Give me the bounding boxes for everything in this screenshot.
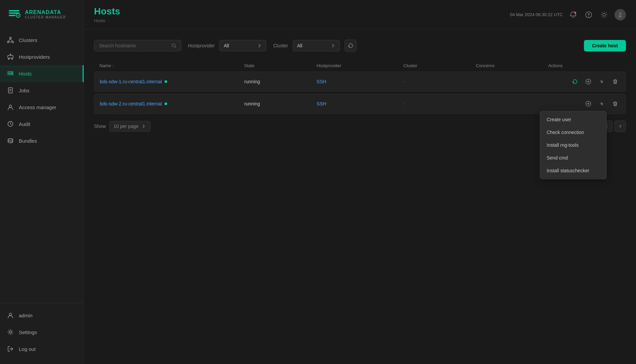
context-menu-install-rng-tools[interactable]: Install rng-tools (540, 139, 606, 151)
admin-icon (7, 312, 14, 319)
sidebar-item-clusters[interactable]: Clusters (0, 32, 84, 48)
hostprovider-label: Hostprovider (188, 43, 215, 48)
search-icon (172, 43, 176, 48)
sidebar-item-hosts[interactable]: Hosts (0, 65, 84, 82)
actions-1 (548, 77, 620, 87)
sidebar-item-access-manager-label: Access manager (19, 104, 56, 110)
context-menu-check-connection[interactable]: Check connection (540, 126, 606, 139)
svg-line-37 (175, 47, 176, 48)
col-concerns: Concerns (476, 63, 548, 68)
sidebar-item-jobs-label: Jobs (19, 88, 30, 93)
svg-point-30 (9, 331, 11, 333)
host-name-1[interactable]: bds-sdw-1.ru-central1.internal (100, 79, 244, 84)
svg-point-15 (12, 59, 13, 60)
refresh-icon-1[interactable] (570, 77, 580, 87)
sidebar-item-hostproviders[interactable]: Hostproviders (0, 48, 84, 65)
hostprovider-1[interactable]: SSH (317, 79, 403, 84)
col-hostprovider: Hostprovider (317, 63, 404, 68)
content-area: Hostprovider All Cluster All (84, 30, 636, 364)
svg-point-29 (9, 313, 12, 316)
sidebar-item-bundles[interactable]: Bundles (0, 132, 84, 149)
toolbar: Hostprovider All Cluster All (94, 40, 626, 52)
sidebar-item-admin-label: admin (19, 313, 33, 318)
host-name-2[interactable]: bds-sdw-2.ru-central1.internal (100, 101, 244, 106)
svg-point-12 (10, 54, 11, 55)
sidebar-item-logout[interactable]: Log out (0, 340, 84, 357)
svg-point-26 (9, 105, 12, 107)
hosts-icon (7, 70, 14, 77)
logo-area[interactable]: ARENADATA CLUSTER MANAGER (0, 0, 84, 28)
nav-items: Clusters Hostproviders (0, 28, 84, 303)
col-cluster: Cluster (403, 63, 476, 68)
col-actions: Actions (548, 63, 621, 68)
app-name: ARENADATA (25, 9, 66, 15)
link-icon-1[interactable] (597, 77, 607, 87)
sidebar-item-logout-label: Log out (19, 346, 36, 352)
sidebar-item-admin[interactable]: admin (0, 307, 84, 324)
sidebar-item-access-manager[interactable]: Access manager (0, 99, 84, 116)
search-box[interactable] (94, 40, 181, 51)
delete-icon-2[interactable] (610, 99, 620, 109)
show-label: Show (94, 124, 106, 129)
clusters-icon (7, 36, 14, 44)
create-host-button[interactable]: Create host (584, 40, 626, 51)
reset-button[interactable] (345, 40, 357, 52)
table-row: bds-sdw-1.ru-central1.internal running S… (94, 72, 626, 92)
hostprovider-filter[interactable]: All (219, 40, 266, 51)
jobs-icon (7, 87, 14, 94)
delete-icon-1[interactable] (610, 77, 620, 87)
sort-icon[interactable]: ↓ (112, 64, 115, 68)
cluster-1: - (403, 79, 475, 84)
bundles-icon (7, 137, 14, 144)
cluster-value: All (297, 43, 303, 48)
hostprovider-2[interactable]: SSH (317, 101, 403, 106)
cluster-filter[interactable]: All (293, 40, 340, 51)
svg-point-20 (12, 72, 12, 73)
svg-line-9 (10, 39, 12, 42)
context-menu-create-user[interactable]: Create user (540, 113, 606, 126)
sidebar-item-jobs[interactable]: Jobs (0, 82, 84, 99)
settings-icon (7, 328, 14, 336)
context-menu-install-statuschecker[interactable]: Install statuschecker (540, 164, 606, 177)
header-left: Hosts Hosts (94, 6, 120, 23)
sidebar-item-audit-label: Audit (19, 121, 30, 127)
table-row: bds-sdw-2.ru-central1.internal running S… (94, 94, 626, 114)
logo-text: ARENADATA CLUSTER MANAGER (25, 9, 66, 19)
notifications-icon[interactable] (568, 10, 578, 20)
theme-icon[interactable] (599, 10, 609, 20)
breadcrumb: Hosts (94, 18, 120, 23)
hosts-table: Name ↓ State Hostprovider Cluster Concer… (94, 60, 626, 114)
state-2: running (244, 101, 317, 106)
chevron-right-icon-2 (331, 43, 335, 48)
cluster-2: - (403, 101, 475, 106)
svg-point-28 (8, 139, 13, 140)
header: Hosts Hosts 04 Mar 2024 06:30:22 UTC (84, 0, 636, 30)
app-subtitle: CLUSTER MANAGER (25, 15, 66, 19)
search-input[interactable] (99, 43, 169, 48)
context-menu-send-cmd[interactable]: Send cmd (540, 151, 606, 164)
svg-point-35 (619, 12, 622, 15)
header-right: 04 Mar 2024 06:30:22 UTC (510, 9, 626, 20)
sidebar-item-clusters-label: Clusters (19, 37, 37, 43)
svg-rect-3 (9, 15, 15, 16)
status-dot-2 (165, 102, 167, 105)
sidebar-item-settings[interactable]: Settings (0, 324, 84, 340)
svg-point-33 (588, 16, 589, 17)
context-menu: Create user Check connection Install rng… (540, 111, 607, 179)
chevron-right-icon-3 (141, 124, 146, 129)
logout-icon (7, 345, 14, 353)
add-icon-2[interactable] (583, 99, 593, 109)
add-icon-1[interactable] (583, 77, 593, 87)
sidebar-item-hosts-label: Hosts (19, 71, 32, 77)
per-page-select[interactable]: 10 per page (109, 121, 150, 132)
svg-point-7 (12, 41, 14, 43)
link-icon-2[interactable] (597, 99, 607, 109)
table-header: Name ↓ State Hostprovider Cluster Concer… (94, 60, 626, 72)
sidebar-item-bundles-label: Bundles (19, 138, 37, 144)
user-avatar[interactable] (615, 9, 626, 20)
help-icon[interactable] (584, 10, 594, 20)
next-page-button[interactable] (615, 121, 626, 132)
sidebar-item-audit[interactable]: Audit (0, 116, 84, 132)
host-name-1-text: bds-sdw-1.ru-central1.internal (100, 79, 162, 84)
datetime: 04 Mar 2024 06:30:22 UTC (510, 12, 563, 17)
